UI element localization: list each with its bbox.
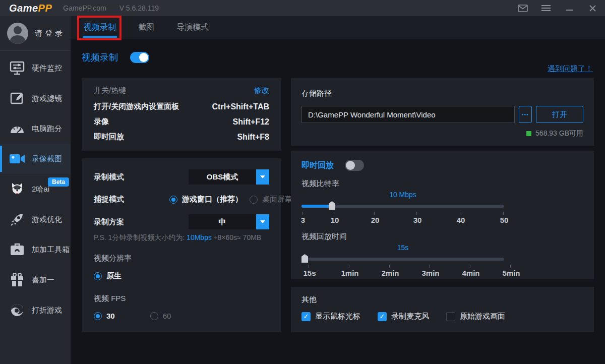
- sidebar-item-game-optimize[interactable]: 游戏优化: [0, 204, 71, 234]
- note-bitrate: 10Mbps: [187, 233, 212, 241]
- hotkey-label: 录像: [94, 117, 109, 127]
- tick-mark: [302, 212, 303, 215]
- beta-badge: Beta: [48, 177, 69, 187]
- tab-director-mode[interactable]: 导演模式: [175, 16, 210, 39]
- note-suffix: ÷8×60s≈ 70MB: [212, 233, 261, 241]
- checkbox-original-game-frame[interactable]: 原始游戏画面: [446, 312, 505, 321]
- video-camera-icon: [9, 150, 26, 167]
- checkbox-show-cursor[interactable]: ✓ 显示鼠标光标: [301, 312, 360, 321]
- tick-mark: [334, 212, 334, 215]
- radio-unselected-icon: [250, 196, 258, 204]
- fps-option-30[interactable]: 30: [94, 312, 115, 320]
- hotkey-row: 即时回放 Shift+F8: [94, 132, 269, 142]
- checkbox-label: 录制麦克风: [391, 312, 429, 321]
- minimize-icon[interactable]: [564, 3, 575, 13]
- sidebar-item-discount-games[interactable]: 打折游戏: [0, 295, 71, 325]
- tick-mark: [374, 212, 375, 215]
- sidebar-divider: [0, 50, 71, 51]
- gauge-icon: [9, 120, 26, 137]
- tick-label: 4min: [462, 269, 479, 277]
- radio-label: 桌面屏幕: [262, 195, 292, 204]
- checkbox-checked-icon: ✓: [301, 312, 311, 321]
- hotkeys-panel: 开关/热键 修改 打开/关闭游戏内设置面板 Ctrl+Shift+TAB 录像 …: [82, 78, 281, 151]
- tick-mark: [460, 212, 460, 215]
- radio-selected-icon: [169, 196, 177, 204]
- video-record-toggle[interactable]: [130, 52, 149, 63]
- radio-unselected-icon: [150, 312, 158, 320]
- modify-link[interactable]: 修改: [254, 86, 269, 95]
- instant-replay-toggle[interactable]: [345, 160, 364, 171]
- chevron-down-icon[interactable]: [256, 169, 269, 185]
- checkbox-label: 显示鼠标光标: [315, 312, 360, 321]
- tick-mark: [349, 265, 349, 268]
- hotkey-value: Shift+F12: [233, 117, 269, 127]
- avatar: [7, 23, 28, 44]
- storage-path-input[interactable]: [301, 106, 515, 123]
- close-icon[interactable]: [587, 3, 598, 13]
- tab-label: 视频录制: [84, 22, 116, 33]
- sidebar-item-hardware-monitor[interactable]: 硬件监控: [0, 53, 71, 83]
- sidebar-item-toolbox[interactable]: 加加工具箱: [0, 234, 71, 265]
- radio-selected-icon: [94, 272, 102, 280]
- sidebar-item-recording[interactable]: 录像截图: [0, 144, 71, 174]
- sidebar-item-free-games[interactable]: 喜加一: [0, 265, 71, 295]
- checkbox-label: 原始游戏画面: [460, 312, 505, 321]
- instant-replay-panel: 即时回放 视频比特率 10 Mbps: [291, 151, 594, 279]
- browse-button[interactable]: ●●●: [519, 106, 532, 123]
- sidebar-item-label: 加加工具箱: [32, 245, 70, 255]
- slider-knob[interactable]: [301, 254, 308, 263]
- checkbox-unchecked-icon: [446, 312, 455, 321]
- hotkeys-title: 开关/热键: [94, 86, 126, 95]
- tab-bar: 视频录制 截图 导演模式: [71, 16, 605, 39]
- sidebar-item-benchmark[interactable]: 电脑跑分: [0, 113, 71, 144]
- tab-screenshot[interactable]: 截图: [137, 16, 155, 39]
- resolution-option-native[interactable]: 原生: [94, 271, 122, 281]
- rocket-icon: [9, 211, 26, 228]
- instant-replay-title: 即时回放: [301, 160, 334, 171]
- sidebar-item-label: 游戏滤镜: [32, 94, 62, 103]
- fps-option-60[interactable]: 60: [150, 312, 171, 320]
- replay-time-label: 视频回放时间: [301, 232, 583, 241]
- hotkey-row: 录像 Shift+F12: [94, 117, 269, 127]
- ellipsis-icon: ●●●: [522, 113, 529, 116]
- bitrate-value: 10 Mbps: [389, 191, 416, 199]
- capture-option-desktop[interactable]: 桌面屏幕: [250, 195, 292, 204]
- page-header: 视频录制 遇到问题了！: [82, 48, 594, 78]
- record-plan-dropdown[interactable]: 中: [189, 214, 269, 229]
- mail-icon[interactable]: [517, 3, 528, 13]
- chevron-down-icon[interactable]: [256, 214, 269, 229]
- tick-mark: [416, 212, 417, 215]
- sidebar-item-game-filter[interactable]: 游戏滤镜: [0, 83, 71, 113]
- checkbox-checked-icon: ✓: [378, 312, 387, 321]
- login-label: 请登录: [35, 29, 65, 38]
- user-login-area[interactable]: 请登录: [0, 16, 71, 50]
- record-mode-dropdown[interactable]: OBS模式: [189, 169, 269, 185]
- slider-track[interactable]: [301, 258, 504, 261]
- bitrate-slider: 10 Mbps 3 10 20: [301, 190, 504, 228]
- open-folder-button[interactable]: 打开: [536, 106, 583, 123]
- sidebar-item-label: 2哈ai: [32, 185, 49, 194]
- tick-label: 2min: [381, 269, 399, 277]
- tick-mark: [389, 265, 390, 268]
- help-link[interactable]: 遇到问题了！: [548, 64, 593, 74]
- slider-knob[interactable]: [329, 201, 335, 210]
- other-options-panel: 其他 ✓ 显示鼠标光标 ✓ 录制麦克风: [291, 287, 594, 332]
- content-area: 视频录制 遇到问题了！ 开关/热键 修改 打开/关闭游戏内设置面板: [71, 39, 605, 363]
- tick-label: 15s: [303, 269, 316, 277]
- tab-video-record[interactable]: 视频录制: [83, 16, 117, 39]
- tick-label: 5min: [502, 269, 520, 277]
- phoenix-icon: [9, 301, 26, 319]
- menu-icon[interactable]: [540, 3, 552, 13]
- radio-label: 30: [106, 312, 115, 320]
- free-space-label: 568.93 GB可用: [535, 129, 583, 138]
- checkbox-record-mic[interactable]: ✓ 录制麦克风: [378, 312, 429, 321]
- site-link[interactable]: GamePP.com: [63, 4, 106, 12]
- sidebar-item-label: 电脑跑分: [32, 124, 62, 134]
- hotkey-value: Ctrl+Shift+TAB: [212, 102, 269, 111]
- toolbox-icon: [9, 241, 26, 258]
- capture-option-game-window[interactable]: 游戏窗口（推荐）: [169, 195, 243, 204]
- logo-text-pp: PP: [38, 3, 52, 14]
- version-label: V 5.6.28.119: [119, 4, 159, 12]
- tick-mark: [430, 265, 430, 268]
- sidebar-item-2ha-ai[interactable]: 2哈ai Beta: [0, 174, 71, 204]
